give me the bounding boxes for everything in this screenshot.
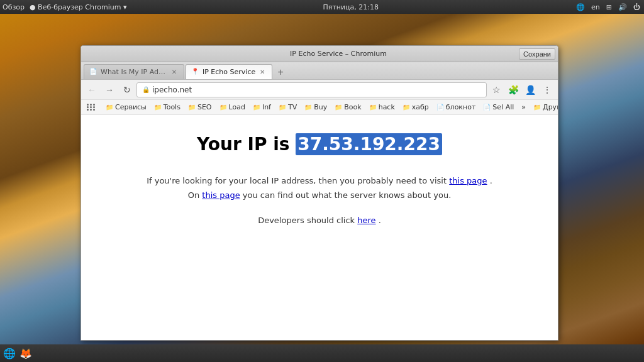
bookmark-other[interactable]: 📁 Другие закладки: [530, 101, 558, 114]
bookmark-label: Inf: [262, 103, 271, 111]
line1-end: .: [490, 176, 492, 185]
page-info-block: If you're looking for your local IP addr…: [147, 173, 492, 203]
bookmark-buy[interactable]: 📁 Buy: [301, 101, 330, 114]
bookmark-sel-all[interactable]: 📄 Sel All: [480, 101, 517, 114]
bookmark-label: Другие закладки: [543, 103, 558, 111]
bookmark-book[interactable]: 📁 Book: [331, 101, 364, 114]
bookmark-label: TV: [288, 103, 297, 111]
dev-text: Developers should click: [258, 216, 355, 225]
bookmark-tools[interactable]: 📁 Tools: [151, 101, 184, 114]
bookmark-label: Sel All: [492, 103, 514, 111]
browser-window: IP Echo Service – Chromium Сохрани 📄 Wha…: [80, 45, 558, 341]
menu-button[interactable]: ⋮: [539, 82, 555, 98]
bookmark-servisy[interactable]: 📁 Сервисы: [103, 101, 150, 114]
folder-icon: 📁: [219, 104, 227, 111]
bookmark-inf[interactable]: 📁 Inf: [250, 101, 274, 114]
folder-icon: 📁: [402, 104, 410, 111]
bookmark-seo[interactable]: 📁 SEO: [185, 101, 215, 114]
back-button[interactable]: ←: [84, 82, 100, 98]
bookmark-button[interactable]: ☆: [488, 82, 504, 98]
folder-icon: 📁: [533, 104, 541, 111]
taskbar-top: Обзор ● Веб-браузер Chromium ▾ Пятница, …: [0, 0, 644, 14]
title-bar: IP Echo Service – Chromium Сохрани: [81, 46, 558, 62]
bookmark-khabr[interactable]: 📁 хабр: [399, 101, 432, 114]
ip-heading: Your IP is 37.53.192.223: [197, 134, 442, 155]
dev-end: .: [379, 216, 381, 225]
bookmark-label: Buy: [314, 103, 327, 111]
ip-prefix: Your IP is: [197, 134, 289, 155]
nav-right-buttons: ☆ 🧩 👤 ⋮: [488, 82, 555, 98]
ip-address[interactable]: 37.53.192.223: [296, 133, 442, 155]
more-label: »: [521, 103, 526, 111]
tab2-label: IP Echo Service: [203, 68, 255, 76]
folder-icon: 📁: [279, 104, 286, 111]
bookmark-hack[interactable]: 📁 hack: [366, 101, 398, 114]
bookmark-label: Load: [229, 103, 245, 111]
power-icon[interactable]: ⏻: [632, 3, 641, 11]
folder-icon: 📁: [335, 104, 342, 111]
taskbar-clock: Пятница, 21:18: [323, 3, 379, 11]
tab2-favicon: 📍: [191, 68, 200, 77]
taskbar-left: Обзор ● Веб-браузер Chromium ▾: [3, 3, 126, 11]
bookmark-more[interactable]: »: [518, 101, 529, 114]
new-tab-button[interactable]: +: [274, 65, 287, 79]
tab-what-is-my-ip[interactable]: 📄 What Is My IP Addr... ✕: [84, 64, 184, 79]
window-title: IP Echo Service – Chromium: [124, 50, 553, 58]
bookmark-label: Tools: [164, 103, 180, 111]
network-icon: 🌐: [575, 3, 586, 11]
address-lock-icon: 🔒: [142, 86, 150, 93]
overview-label[interactable]: Обзор: [3, 3, 25, 11]
address-url: ipecho.net: [152, 85, 192, 94]
tab-ip-echo-service[interactable]: 📍 IP Echo Service ✕: [186, 64, 272, 79]
extensions-button[interactable]: 🧩: [505, 82, 521, 98]
browser-label[interactable]: ● Веб-браузер Chromium ▾: [30, 3, 126, 11]
file-icon: 📄: [483, 104, 491, 111]
folder-icon: 📁: [188, 104, 196, 111]
line2-text: On: [188, 190, 199, 200]
taskbar-right: 🌐 en ⊞ 🔊 ⏻: [575, 3, 641, 11]
desktop: Обзор ● Веб-браузер Chromium ▾ Пятница, …: [0, 0, 644, 362]
forward-button[interactable]: →: [101, 82, 118, 98]
bookmark-label: hack: [379, 103, 395, 111]
taskbar-icon-1[interactable]: 🌐: [3, 346, 16, 360]
this-page-link-1[interactable]: this page: [449, 176, 487, 185]
save-button[interactable]: Сохрани: [519, 48, 555, 60]
line2-end: you can find out what the server knows a…: [243, 190, 451, 200]
reload-button[interactable]: ↻: [119, 82, 135, 98]
dev-info: Developers should click here .: [258, 216, 381, 225]
page-content: Your IP is 37.53.192.223 If you're looki…: [81, 115, 558, 340]
folder-icon: 📁: [106, 104, 113, 111]
folder-icon: 📁: [154, 104, 162, 111]
network2-icon: ⊞: [605, 3, 613, 11]
tab-bar: 📄 What Is My IP Addr... ✕ 📍 IP Echo Serv…: [81, 62, 558, 80]
account-button[interactable]: 👤: [522, 82, 538, 98]
apps-grid-icon: [87, 104, 96, 111]
nav-bar: ← → ↻ 🔒 ipecho.net ☆ 🧩 👤 ⋮: [81, 80, 558, 100]
lang-indicator[interactable]: en: [590, 3, 601, 11]
taskbar-bottom: 🌐 🦊: [0, 344, 644, 362]
bookmark-tv[interactable]: 📁 TV: [275, 101, 300, 114]
apps-button[interactable]: [84, 101, 101, 114]
bookmark-label: блокнот: [446, 103, 476, 111]
bookmark-label: хабр: [412, 103, 429, 111]
folder-icon: 📁: [253, 104, 260, 111]
tab1-label: What Is My IP Addr...: [101, 68, 167, 76]
bookmark-label: Сервисы: [115, 103, 147, 111]
bookmark-load[interactable]: 📁 Load: [216, 101, 248, 114]
dev-link[interactable]: here: [357, 216, 375, 225]
address-bar[interactable]: 🔒 ipecho.net: [136, 82, 487, 97]
bookmark-bloknot[interactable]: 📄 блокнот: [433, 101, 479, 114]
this-page-link-2[interactable]: this page: [202, 190, 240, 200]
tab1-close[interactable]: ✕: [170, 68, 179, 77]
bookmarks-bar: 📁 Сервисы 📁 Tools 📁 SEO 📁 Load 📁 Inf 📁: [81, 100, 558, 115]
bookmark-label: Book: [344, 103, 361, 111]
folder-icon: 📁: [304, 104, 312, 111]
tab1-favicon: 📄: [89, 68, 98, 77]
folder-icon: 📁: [369, 104, 377, 111]
file-icon: 📄: [436, 104, 444, 111]
bookmark-label: SEO: [197, 103, 212, 111]
volume-icon: 🔊: [617, 3, 628, 11]
tab2-close[interactable]: ✕: [258, 68, 267, 77]
line1-text: If you're looking for your local IP addr…: [147, 176, 447, 185]
taskbar-icon-2[interactable]: 🦊: [19, 346, 33, 360]
